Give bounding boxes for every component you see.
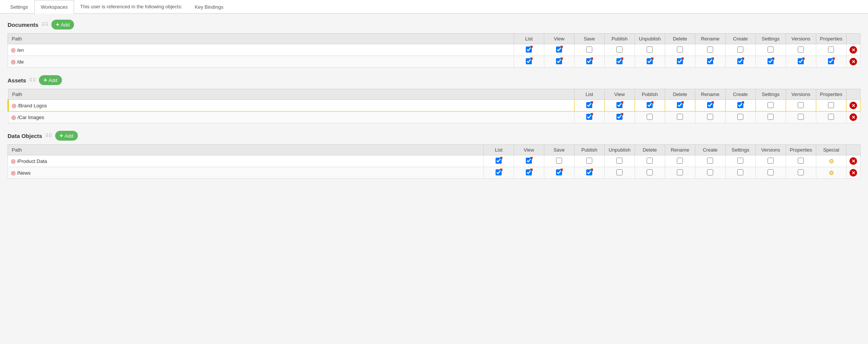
checkbox-properties[interactable]	[798, 169, 804, 175]
checkbox-save[interactable]	[556, 158, 562, 164]
assets-add-button[interactable]: + Add	[39, 75, 62, 85]
checkbox-versions[interactable]	[798, 114, 804, 120]
checkbox-versions[interactable]	[798, 46, 804, 53]
checkbox-settings[interactable]	[768, 102, 774, 108]
path-label: /Brand Logos	[18, 103, 47, 108]
checkbox-properties[interactable]	[828, 102, 834, 108]
do-news-special: ⚙	[816, 167, 846, 179]
checkbox-properties[interactable]	[828, 46, 834, 53]
assets-col-view: View	[604, 89, 635, 100]
documents-en-rename	[695, 44, 725, 56]
checkbox-versions[interactable]	[768, 169, 774, 175]
checkbox-properties[interactable]	[798, 158, 804, 164]
assets-col-create: Create	[725, 89, 755, 100]
corner-mark	[681, 57, 684, 60]
dataobjects-drag-handle[interactable]: ⠿⠿	[45, 133, 52, 138]
gear-icon[interactable]: ⚙	[829, 170, 834, 176]
documents-en-remove: ✕	[846, 44, 860, 56]
checkbox-unpublish[interactable]	[616, 158, 622, 164]
checkbox-create[interactable]	[737, 114, 743, 120]
checkbox-create[interactable]	[707, 158, 713, 164]
assets-path-brandlogos: ◎ /Brand Logos	[8, 100, 575, 112]
remove-button[interactable]: ✕	[849, 102, 857, 109]
gear-icon[interactable]: ⚙	[829, 158, 834, 164]
documents-table: Path List View Save Publish Unpublish De…	[8, 33, 860, 68]
corner-mark	[590, 101, 593, 104]
remove-button[interactable]: ✕	[849, 58, 857, 65]
dataobjects-table: Path List View Save Publish Unpublish De…	[8, 144, 860, 179]
documents-col-view: View	[544, 34, 574, 44]
table-row: ◎ /de ✕	[8, 56, 860, 68]
checkbox-settings[interactable]	[768, 114, 774, 120]
checkbox-delete[interactable]	[647, 169, 653, 175]
tabs-bar: Settings Workspaces This user is referen…	[0, 0, 868, 14]
checkbox-create[interactable]	[707, 169, 713, 175]
documents-add-button[interactable]: + Add	[51, 20, 74, 29]
remove-button[interactable]: ✕	[849, 169, 857, 177]
assets-col-path: Path	[8, 89, 575, 100]
checkbox-publish[interactable]	[647, 114, 653, 120]
tab-keybindings[interactable]: Key Bindings	[188, 0, 230, 14]
corner-mark	[560, 57, 563, 60]
checkbox-rename[interactable]	[677, 158, 683, 164]
documents-en-versions	[786, 44, 816, 56]
do-col-special: Special	[816, 145, 846, 155]
checkbox-settings[interactable]	[737, 158, 743, 164]
do-path-news: ◎ /News	[8, 167, 484, 179]
checkbox-publish[interactable]	[586, 158, 592, 164]
do-path-productdata: ◎ /Product Data	[8, 155, 484, 167]
checkbox-rename[interactable]	[707, 46, 713, 53]
remove-button[interactable]: ✕	[849, 46, 857, 54]
do-col-settings: Settings	[725, 145, 755, 155]
documents-en-delete	[665, 44, 695, 56]
dataobjects-add-label: Add	[65, 133, 73, 139]
checkbox-settings[interactable]	[768, 46, 774, 53]
documents-en-create	[725, 44, 755, 56]
checkbox-publish[interactable]	[616, 46, 622, 53]
remove-button[interactable]: ✕	[849, 113, 857, 121]
do-col-rename: Rename	[665, 145, 695, 155]
table-row: ◎ /News ⚙ ✕	[8, 167, 860, 179]
checkbox-delete[interactable]	[677, 46, 683, 53]
checkbox-versions[interactable]	[798, 102, 804, 108]
checkbox-delete[interactable]	[677, 114, 683, 120]
corner-mark	[651, 101, 653, 104]
documents-col-delete-action	[846, 34, 860, 44]
corner-mark	[621, 101, 623, 104]
documents-en-save	[574, 44, 604, 56]
do-col-properties: Properties	[786, 145, 816, 155]
tab-note: This user is referenced in the following…	[74, 0, 188, 13]
checkbox-versions[interactable]	[768, 158, 774, 164]
assets-drag-handle[interactable]: ⠿⠿	[29, 77, 36, 83]
assets-header-row: Path List View Publish Delete Rename Cre…	[8, 89, 860, 100]
assets-path-carimages: ◎ /Car Images	[8, 112, 575, 123]
documents-drag-handle[interactable]: ⠿⠿	[42, 22, 48, 27]
checkbox-rename[interactable]	[707, 114, 713, 120]
checkbox-properties[interactable]	[828, 114, 834, 120]
tab-settings[interactable]: Settings	[4, 0, 34, 14]
checkbox-unpublish[interactable]	[647, 46, 653, 53]
remove-button[interactable]: ✕	[849, 157, 857, 165]
do-col-delete-action	[846, 145, 860, 155]
documents-col-unpublish: Unpublish	[635, 34, 665, 44]
do-col-path: Path	[8, 145, 484, 155]
checkbox-unpublish[interactable]	[616, 169, 622, 175]
documents-en-view	[544, 44, 574, 56]
assets-col-versions: Versions	[786, 89, 816, 100]
do-col-unpublish: Unpublish	[604, 145, 635, 155]
corner-mark	[590, 113, 593, 116]
target-icon: ◎	[11, 158, 15, 164]
path-label: /Car Images	[17, 115, 44, 120]
checkbox-create[interactable]	[737, 46, 743, 53]
checkbox-rename[interactable]	[677, 169, 683, 175]
checkbox-delete[interactable]	[647, 158, 653, 164]
checkbox-settings[interactable]	[737, 169, 743, 175]
corner-mark	[530, 169, 533, 171]
main-content: Documents ⠿⠿ + Add Path List View Save P…	[0, 14, 868, 192]
dataobjects-header-row: Path List View Save Publish Unpublish De…	[8, 145, 860, 155]
tab-workspaces[interactable]: Workspaces	[34, 0, 74, 14]
checkbox-save[interactable]	[586, 46, 592, 53]
table-row: ◎ /en	[8, 44, 860, 56]
corner-mark	[530, 157, 533, 160]
dataobjects-add-button[interactable]: + Add	[55, 131, 78, 141]
